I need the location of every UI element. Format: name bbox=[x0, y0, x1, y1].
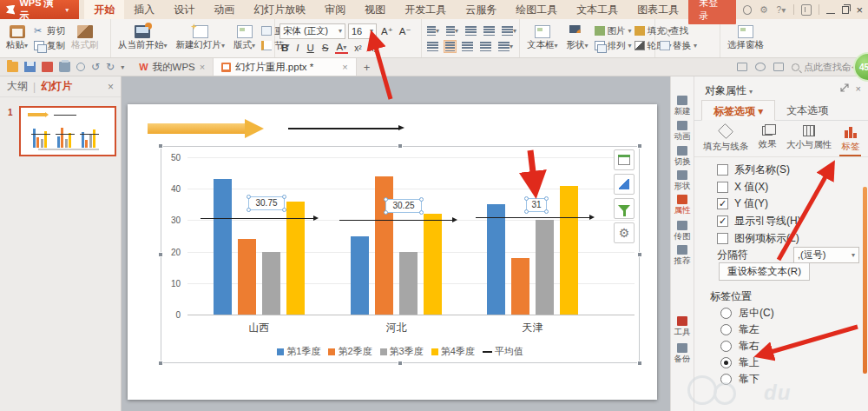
chart-frame-handle[interactable] bbox=[637, 143, 642, 149]
line-arrow-shape[interactable] bbox=[288, 128, 399, 129]
app-tab-11[interactable]: 文本工具 bbox=[567, 0, 628, 19]
login-button[interactable]: 未登录 bbox=[688, 0, 735, 24]
props-tab-1[interactable]: 标签选项 ▾ bbox=[701, 100, 775, 121]
slide-canvas[interactable]: 01020304050山西30.75河北30.25天津31第1季度第2季度第3季… bbox=[128, 104, 657, 400]
side-tool-3[interactable]: 切换 bbox=[671, 146, 694, 168]
radio-circle[interactable] bbox=[720, 341, 732, 352]
app-logo[interactable]: WPS 演示 ▾ bbox=[0, 0, 79, 19]
radio-circle[interactable] bbox=[720, 357, 732, 368]
panel-icon[interactable] bbox=[737, 63, 747, 71]
props-icon-tab-2[interactable]: 效果 bbox=[758, 122, 776, 153]
tab-my-wps[interactable]: W 我的WPS× bbox=[131, 58, 214, 76]
bar-第3季度-天津[interactable] bbox=[536, 220, 554, 315]
checkbox-1[interactable]: 系列名称(S) bbox=[717, 162, 790, 177]
data-label[interactable]: 31 bbox=[526, 198, 547, 212]
data-label[interactable]: 30.75 bbox=[248, 196, 285, 210]
chart-object[interactable]: 01020304050山西30.75河北30.25天津31第1季度第2季度第3季… bbox=[161, 146, 640, 363]
app-tab-9[interactable]: 云服务 bbox=[456, 0, 506, 19]
checkbox-4[interactable]: ✓显示引导线(H) bbox=[717, 214, 801, 229]
panel-scrollbar[interactable] bbox=[863, 187, 867, 374]
average-line[interactable] bbox=[476, 217, 589, 219]
block-arrow-shape[interactable] bbox=[148, 123, 245, 134]
italic-button[interactable]: I bbox=[294, 43, 300, 53]
decrease-font-button[interactable]: A⁻ bbox=[398, 25, 413, 37]
props-icon-tab-3[interactable]: 大小与属性 bbox=[786, 122, 832, 153]
app-tab-5[interactable]: 幻灯片放映 bbox=[244, 0, 315, 19]
app-tab-10[interactable]: 绘图工具 bbox=[506, 0, 567, 19]
increase-font-button[interactable]: A⁺ bbox=[379, 25, 395, 37]
bar-第2季度-天津[interactable] bbox=[511, 258, 529, 315]
data-label[interactable]: 30.25 bbox=[385, 199, 422, 213]
print-icon[interactable] bbox=[59, 62, 70, 72]
selection-handle[interactable] bbox=[384, 197, 388, 202]
superscript-button[interactable]: x² bbox=[352, 43, 363, 53]
close-button[interactable]: × bbox=[856, 4, 863, 16]
slide-thumbnail[interactable] bbox=[19, 106, 116, 156]
panel-title[interactable]: 对象属性▾ bbox=[705, 83, 753, 98]
separator-select[interactable]: ,(逗号)▾ bbox=[793, 247, 859, 263]
replace-button[interactable]: 替换▾ bbox=[660, 40, 697, 52]
close-tab-icon[interactable]: × bbox=[342, 62, 347, 72]
bar-第2季度-山西[interactable] bbox=[238, 239, 256, 315]
selection-handle[interactable] bbox=[247, 195, 251, 199]
app-tab-4[interactable]: 动画 bbox=[204, 0, 244, 19]
chart-frame-handle[interactable] bbox=[158, 361, 163, 366]
checkbox-box[interactable] bbox=[717, 164, 728, 176]
open-icon[interactable] bbox=[7, 62, 18, 72]
legend-item[interactable]: 第4季度 bbox=[431, 345, 475, 358]
layout-button[interactable]: 版式▾ bbox=[231, 24, 258, 52]
legend-item-average[interactable]: 平均值 bbox=[483, 345, 523, 358]
bar-第4季度-河北[interactable] bbox=[424, 214, 442, 315]
sync-icon[interactable] bbox=[743, 5, 752, 15]
radio-3[interactable]: 靠右 bbox=[720, 339, 760, 354]
radio-1[interactable]: 居中(C) bbox=[720, 306, 774, 321]
export-pdf-icon[interactable] bbox=[42, 62, 53, 72]
radio-2[interactable]: 靠左 bbox=[720, 322, 760, 337]
app-tab-7[interactable]: 视图 bbox=[355, 0, 395, 19]
redo-icon[interactable]: ↻ bbox=[106, 62, 115, 72]
selection-handle[interactable] bbox=[282, 208, 286, 212]
bullets-button[interactable]: ▾ bbox=[426, 25, 440, 36]
app-tab-12[interactable]: 图表工具 bbox=[628, 0, 688, 19]
tab-outline[interactable]: 大纲 bbox=[7, 79, 28, 94]
close-panel-icon[interactable]: × bbox=[856, 83, 861, 94]
paste-button[interactable]: 粘贴▾ bbox=[3, 24, 30, 52]
checkbox-box[interactable]: ✓ bbox=[717, 198, 728, 209]
justify-button[interactable] bbox=[479, 41, 492, 52]
checkbox-3[interactable]: ✓Y 值(Y) bbox=[717, 196, 768, 211]
arrange-button[interactable]: 排列▾ bbox=[595, 40, 632, 52]
assistant-icon[interactable] bbox=[755, 63, 766, 71]
decrease-indent-button[interactable] bbox=[464, 25, 477, 36]
increase-indent-button[interactable] bbox=[483, 25, 496, 36]
font-color-button[interactable]: A▾ bbox=[335, 43, 349, 54]
selection-handle[interactable] bbox=[544, 209, 549, 214]
minimize-button[interactable] bbox=[826, 13, 835, 14]
font-name-select[interactable]: 宋体 (正文)▾ bbox=[279, 23, 345, 39]
copy-button[interactable]: 复制 bbox=[34, 40, 65, 52]
average-line[interactable] bbox=[339, 220, 452, 222]
radio-circle[interactable] bbox=[720, 308, 732, 319]
chart-frame-handle[interactable] bbox=[158, 252, 163, 257]
format-painter-button[interactable]: 格式刷 bbox=[69, 24, 102, 52]
checkbox-2[interactable]: X 值(X) bbox=[717, 180, 768, 195]
line-spacing-button[interactable]: ▾ bbox=[497, 41, 514, 52]
bar-第1季度-天津[interactable] bbox=[487, 204, 505, 315]
underline-button[interactable]: U bbox=[306, 43, 316, 53]
bar-第1季度-河北[interactable] bbox=[351, 236, 369, 315]
from-current-button[interactable]: 从当前开始▾ bbox=[115, 24, 170, 52]
command-search[interactable]: 点此查找命令 bbox=[792, 61, 861, 74]
side-tool-5[interactable]: 属性 bbox=[671, 195, 694, 216]
app-tab-3[interactable]: 设计 bbox=[164, 0, 204, 19]
selection-handle[interactable] bbox=[524, 209, 529, 214]
app-tab-6[interactable]: 审阅 bbox=[315, 0, 355, 19]
help-icon[interactable]: ?▾ bbox=[776, 4, 786, 16]
app-tab-8[interactable]: 开发工具 bbox=[395, 0, 456, 19]
chart-filter-button[interactable] bbox=[614, 198, 635, 219]
print-preview-icon[interactable] bbox=[76, 63, 85, 71]
selection-handle[interactable] bbox=[524, 196, 529, 201]
reset-label-text-button[interactable]: 重设标签文本(R) bbox=[719, 262, 810, 281]
find-button[interactable]: 查找 bbox=[660, 25, 697, 37]
picture-button[interactable]: 图片▾ bbox=[595, 25, 632, 37]
radio-circle[interactable] bbox=[720, 374, 732, 385]
selection-handle[interactable] bbox=[384, 210, 388, 215]
